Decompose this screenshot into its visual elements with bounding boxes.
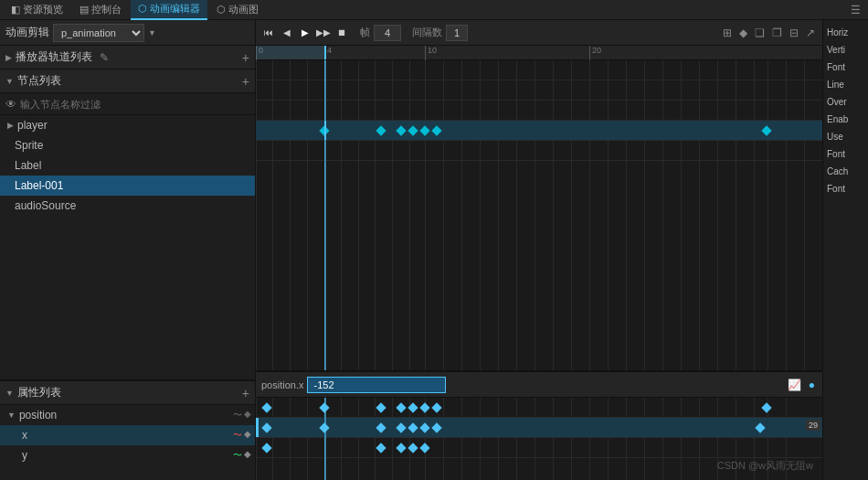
right-panel-font-2[interactable]: Font xyxy=(823,145,868,163)
keyframe-5[interactable] xyxy=(419,125,429,135)
pos-kf-5[interactable] xyxy=(408,402,418,412)
keyframe-3[interactable] xyxy=(396,125,406,135)
tree-item-audio-source[interactable]: audioSource xyxy=(0,196,255,216)
keyframe-6[interactable] xyxy=(431,125,441,135)
record-icon[interactable]: ● xyxy=(807,379,817,391)
x-keyframe-icon[interactable]: ◆ xyxy=(244,429,251,442)
position-x-label: position.x xyxy=(261,379,303,390)
node-tree: ▶ player Sprite Label Label-001 audioSou… xyxy=(0,115,255,379)
keyframe-7[interactable] xyxy=(761,125,771,135)
y-keyframe-icon[interactable]: ◆ xyxy=(244,449,251,462)
y-kf-1[interactable] xyxy=(261,443,271,453)
tab-console[interactable]: ▤ 控制台 xyxy=(72,0,129,20)
prev-frame-btn[interactable]: ◀ xyxy=(280,26,294,40)
add-playlist-button[interactable]: + xyxy=(242,50,249,65)
stop-btn[interactable]: ⏹ xyxy=(334,26,349,40)
playlist-edit-icon[interactable]: ✎ xyxy=(100,51,109,64)
skip-start-btn[interactable]: ⏮ xyxy=(261,26,276,40)
tree-item-label[interactable]: Label xyxy=(0,155,255,176)
collapse-arrow-props[interactable]: ▼ xyxy=(5,389,14,398)
track-sprite xyxy=(256,80,822,101)
timeline-area: ⏮ ◀ ▶ ▶▶ ⏹ 帧 间隔数 ⊞ ◆ ❑ ❒ ⊟ ↗ 0 4 xyxy=(256,20,822,480)
position-x-input[interactable] xyxy=(307,377,446,393)
copy-icon[interactable]: ❑ xyxy=(753,27,767,39)
diamond-icon[interactable]: ◆ xyxy=(737,27,749,39)
add-prop-button[interactable]: + xyxy=(242,386,249,400)
x-kf-5[interactable] xyxy=(408,422,418,432)
prop-y[interactable]: y 〜 ◆ xyxy=(0,445,255,465)
interval-label: 间隔数 xyxy=(412,26,442,39)
keyframe-4[interactable] xyxy=(408,125,418,135)
paste-icon[interactable]: ❒ xyxy=(770,27,784,39)
pos-kf-4[interactable] xyxy=(396,402,406,412)
x-kf-6[interactable] xyxy=(419,422,429,432)
prop-position[interactable]: ▼ position 〜 ◆ xyxy=(0,405,255,425)
y-kf-5[interactable] xyxy=(419,443,429,453)
right-panel-cach[interactable]: Cach xyxy=(823,163,868,180)
prop-x[interactable]: x 〜 ◆ xyxy=(0,425,255,445)
tab-assets[interactable]: ◧ 资源预览 xyxy=(4,0,70,20)
pos-kf-2[interactable] xyxy=(319,402,329,412)
tab-bar: ◧ 资源预览 ▤ 控制台 ⬡ 动画编辑器 ⬡ 动画图 ☰ xyxy=(0,0,868,20)
tab-anim-graph[interactable]: ⬡ 动画图 xyxy=(209,0,266,20)
tree-item-player[interactable]: ▶ player xyxy=(0,115,255,135)
keyframe-2[interactable] xyxy=(376,125,386,135)
frame-input[interactable] xyxy=(374,25,401,41)
pos-kf-8[interactable] xyxy=(761,402,771,412)
prop-curve-icon[interactable]: 〜 xyxy=(233,409,242,421)
label-label: Label xyxy=(15,159,41,172)
x-kf-4[interactable] xyxy=(396,422,406,432)
anim-name-select[interactable]: p_animation xyxy=(53,24,144,42)
right-panel-font-1[interactable]: Font xyxy=(823,59,868,76)
curve-view-icon[interactable]: 📈 xyxy=(786,379,803,391)
tree-item-label-001[interactable]: Label-001 xyxy=(0,176,255,196)
anim-graph-icon: ⬡ xyxy=(217,4,226,16)
next-frame-btn[interactable]: ▶▶ xyxy=(316,26,331,40)
pos-kf-6[interactable] xyxy=(419,402,429,412)
right-panel-horiz[interactable]: Horiz xyxy=(823,24,868,41)
pos-kf-1[interactable] xyxy=(261,402,271,412)
prop-keyframe-icon[interactable]: ◆ xyxy=(244,409,251,421)
right-panel-use[interactable]: Use xyxy=(823,128,868,145)
x-kf-7[interactable] xyxy=(431,422,441,432)
right-panel-font-3[interactable]: Font xyxy=(823,180,868,197)
tab-anim-editor[interactable]: ⬡ 动画编辑器 xyxy=(131,0,207,20)
y-kf-4[interactable] xyxy=(408,443,418,453)
interval-input[interactable] xyxy=(446,25,468,41)
right-panel-verti[interactable]: Verti xyxy=(823,41,868,59)
audio-source-label: audioSource xyxy=(15,199,76,212)
x-kf-3[interactable] xyxy=(376,422,386,432)
play-btn[interactable]: ▶ xyxy=(298,26,312,40)
pos-kf-3[interactable] xyxy=(376,402,386,412)
label-001-label: Label-001 xyxy=(15,179,63,192)
add-node-button[interactable]: + xyxy=(242,74,249,89)
visibility-icon[interactable]: 👁 xyxy=(5,98,16,111)
y-kf-2[interactable] xyxy=(376,443,386,453)
x-curve-icon[interactable]: 〜 xyxy=(233,429,242,442)
track-label xyxy=(256,101,822,121)
grid-icon[interactable]: ⊞ xyxy=(721,27,734,39)
export-icon[interactable]: ↗ xyxy=(804,27,817,39)
timeline-cursor[interactable] xyxy=(324,46,326,59)
top-playback-bar: ⏮ ◀ ▶ ▶▶ ⏹ 帧 间隔数 ⊞ ◆ ❑ ❒ ⊟ ↗ xyxy=(256,20,822,46)
pos-kf-7[interactable] xyxy=(431,402,441,412)
collapse-arrow-nodes[interactable]: ▼ xyxy=(5,77,14,86)
node-search-input[interactable] xyxy=(20,99,249,110)
x-kf-right[interactable] xyxy=(755,422,765,432)
right-panel-line[interactable]: Line xyxy=(823,76,868,93)
right-panel-enab[interactable]: Enab xyxy=(823,111,868,128)
y-kf-3[interactable] xyxy=(396,443,406,453)
collapse-arrow-playlist[interactable]: ▶ xyxy=(5,53,12,62)
x-kf-1[interactable] xyxy=(261,422,271,432)
keyframe-1[interactable] xyxy=(319,125,329,135)
player-label: player xyxy=(17,119,48,132)
track-player xyxy=(256,60,822,80)
right-panel-over[interactable]: Over xyxy=(823,93,868,111)
x-kf-2[interactable] xyxy=(319,422,329,432)
collapse-position-icon: ▼ xyxy=(7,411,16,420)
tab-menu-button[interactable]: ☰ xyxy=(847,4,864,16)
right-panel: Horiz Verti Font Line Over Enab Use Font… xyxy=(822,20,868,480)
tree-item-sprite[interactable]: Sprite xyxy=(0,135,255,155)
delete-icon[interactable]: ⊟ xyxy=(788,27,800,39)
y-curve-icon[interactable]: 〜 xyxy=(233,449,242,462)
